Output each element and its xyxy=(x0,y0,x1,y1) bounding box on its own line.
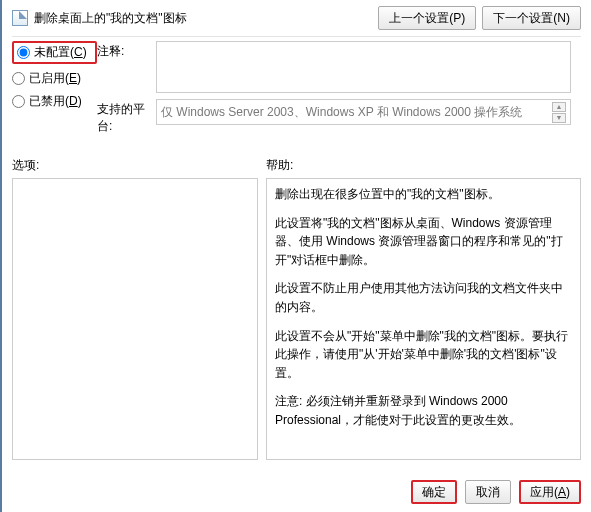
panels: 删除出现在很多位置中的"我的文档"图标。 此设置将"我的文档"图标从桌面、Win… xyxy=(2,176,591,460)
help-p3: 此设置不防止用户使用其他方法访问我的文档文件夹中的内容。 xyxy=(275,279,572,316)
comment-row: 注释: xyxy=(97,41,581,93)
spinner-down[interactable]: ▼ xyxy=(552,113,566,123)
nav-buttons: 上一个设置(P) 下一个设置(N) xyxy=(378,6,581,30)
help-p4: 此设置不会从"开始"菜单中删除"我的文档"图标。要执行此操作，请使用"从'开始'… xyxy=(275,327,572,383)
comment-label: 注释: xyxy=(97,41,152,60)
footer-buttons: 确定 取消 应用(A) xyxy=(411,480,581,504)
radio-not-configured-input[interactable] xyxy=(17,46,30,59)
radio-enabled[interactable]: 已启用(E) xyxy=(12,70,97,87)
help-p1: 删除出现在很多位置中的"我的文档"图标。 xyxy=(275,185,572,204)
help-label: 帮助: xyxy=(266,157,581,174)
ok-button[interactable]: 确定 xyxy=(411,480,457,504)
spinner-up[interactable]: ▲ xyxy=(552,102,566,112)
header-row: 删除桌面上的"我的文档"图标 上一个设置(P) 下一个设置(N) xyxy=(2,0,591,34)
cancel-button[interactable]: 取消 xyxy=(465,480,511,504)
platform-box: 仅 Windows Server 2003、Windows XP 和 Windo… xyxy=(156,99,571,125)
radio-disabled-input[interactable] xyxy=(12,95,25,108)
radio-enabled-label: 已启用(E) xyxy=(29,70,81,87)
dialog-window: 删除桌面上的"我的文档"图标 上一个设置(P) 下一个设置(N) 未配置(C) … xyxy=(0,0,591,512)
radio-enabled-input[interactable] xyxy=(12,72,25,85)
right-fields: 注释: 支持的平台: 仅 Windows Server 2003、Windows… xyxy=(97,41,581,135)
config-section: 未配置(C) 已启用(E) 已禁用(D) 注释: 支持的平台: 仅 Window… xyxy=(2,37,591,139)
help-p2: 此设置将"我的文档"图标从桌面、Windows 资源管理器、使用 Windows… xyxy=(275,214,572,270)
comment-input[interactable] xyxy=(156,41,571,93)
platform-label: 支持的平台: xyxy=(97,99,152,135)
options-panel xyxy=(12,178,258,460)
dialog-title: 删除桌面上的"我的文档"图标 xyxy=(34,10,378,27)
radio-disabled[interactable]: 已禁用(D) xyxy=(12,93,97,110)
radio-not-configured-label: 未配置(C) xyxy=(34,44,87,61)
platform-spinner: ▲ ▼ xyxy=(552,102,566,123)
options-label: 选项: xyxy=(12,157,266,174)
platform-row: 支持的平台: 仅 Windows Server 2003、Windows XP … xyxy=(97,99,581,135)
prev-setting-button[interactable]: 上一个设置(P) xyxy=(378,6,476,30)
platform-text: 仅 Windows Server 2003、Windows XP 和 Windo… xyxy=(161,104,522,121)
next-setting-button[interactable]: 下一个设置(N) xyxy=(482,6,581,30)
document-icon xyxy=(12,10,28,26)
radio-group: 未配置(C) 已启用(E) 已禁用(D) xyxy=(12,41,97,110)
mid-labels: 选项: 帮助: xyxy=(2,139,591,176)
radio-not-configured[interactable]: 未配置(C) xyxy=(12,41,97,64)
help-panel: 删除出现在很多位置中的"我的文档"图标。 此设置将"我的文档"图标从桌面、Win… xyxy=(266,178,581,460)
apply-button[interactable]: 应用(A) xyxy=(519,480,581,504)
radio-disabled-label: 已禁用(D) xyxy=(29,93,82,110)
help-p5: 注意: 必须注销并重新登录到 Windows 2000 Professional… xyxy=(275,392,572,429)
